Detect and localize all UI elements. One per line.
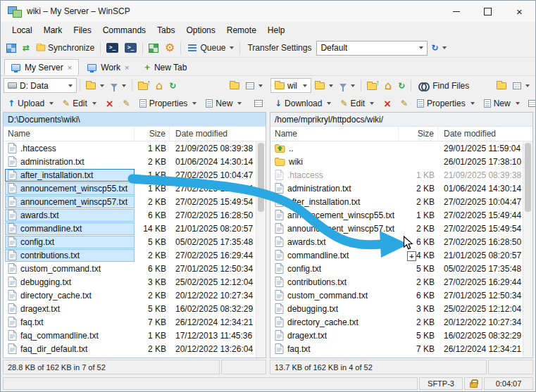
- preferences-button[interactable]: ⚙: [162, 40, 177, 56]
- file-row[interactable]: after_installation.txt 2 KB 27/02/2025 1…: [270, 195, 523, 208]
- tab-my-server[interactable]: My Server ×: [4, 59, 79, 75]
- sync-browsing-button[interactable]: ⇄: [20, 40, 32, 56]
- file-row[interactable]: contributions.txt 2 KB 27/02/2025 16:29:…: [4, 248, 256, 262]
- transfer-options-button[interactable]: ↻: [428, 40, 449, 56]
- file-row[interactable]: announcement_winscp57.txt 2 KB 27/02/202…: [270, 222, 523, 235]
- tab-new-tab[interactable]: + New Tab: [137, 59, 194, 75]
- menu-files[interactable]: Files: [68, 23, 96, 37]
- find-files-button[interactable]: Find Files: [414, 78, 473, 93]
- close-button[interactable]: ×: [504, 1, 535, 22]
- file-row[interactable]: announcement_winscp57.txt 2 KB 27/02/202…: [4, 195, 256, 208]
- scrollbar-thumb[interactable]: [525, 143, 531, 212]
- file-row[interactable]: faq_dir_default.txt 2 KB 20/12/2022 13:2…: [4, 342, 256, 355]
- menu-mark[interactable]: Mark: [38, 23, 68, 37]
- file-row[interactable]: awards.txt 6 KB 27/02/2025 16:28:50: [270, 235, 523, 248]
- remote-scrollbar[interactable]: [523, 141, 532, 358]
- file-row[interactable]: wiki 26/01/2025 17:38:10: [270, 155, 523, 168]
- queue-button[interactable]: Queue: [184, 40, 237, 56]
- transfer-preset-combo[interactable]: Default: [316, 41, 428, 56]
- column-header-size[interactable]: Size: [135, 127, 170, 141]
- file-row[interactable]: .. 29/01/2025 11:59:04: [270, 141, 523, 155]
- column-header-size[interactable]: Size: [399, 127, 438, 141]
- file-row[interactable]: config.txt 5 KB 05/02/2025 17:35:48: [270, 262, 523, 275]
- maximize-button[interactable]: [472, 1, 504, 22]
- remote-open-dir-button[interactable]: [494, 78, 509, 94]
- remote-home-button[interactable]: ⌂: [382, 78, 394, 94]
- file-row[interactable]: .htaccess 1 KB 21/09/2025 08:39:38: [4, 141, 256, 155]
- local-open-dir-button[interactable]: [227, 78, 242, 94]
- file-row[interactable]: dragext.txt 5 KB 16/02/2025 08:32:29: [4, 302, 256, 315]
- file-row[interactable]: faq.txt 7 KB 26/12/2024 12:34:21: [4, 315, 256, 329]
- menu-options[interactable]: Options: [180, 23, 220, 37]
- remote-refresh-button[interactable]: ↻: [395, 78, 408, 94]
- local-home-button[interactable]: ⌂: [153, 78, 166, 94]
- file-row[interactable]: directory_cache.txt 2 KB 20/12/2022 10:2…: [270, 315, 523, 329]
- file-row[interactable]: config.txt 5 KB 05/02/2025 17:35:48: [4, 235, 256, 248]
- local-drive-combo[interactable]: D: Data: [4, 78, 77, 93]
- menu-local[interactable]: Local: [6, 23, 38, 37]
- file-row[interactable]: debugging.txt 3 KB 25/02/2025 12:12:04: [4, 275, 256, 289]
- delete-button[interactable]: ×: [379, 96, 396, 110]
- column-header-date-modified[interactable]: Date modified: [170, 127, 266, 141]
- remote-directory-combo[interactable]: wil: [270, 78, 311, 93]
- properties-button[interactable]: Properties: [135, 96, 201, 110]
- delete-button[interactable]: ×: [101, 96, 118, 110]
- remote-parent-directory-button[interactable]: ↑: [364, 78, 381, 94]
- scrollbar-thumb[interactable]: [258, 143, 264, 212]
- file-row[interactable]: announcement_winscp55.txt 1 KB 27/02/202…: [270, 208, 523, 222]
- encryption-indicator[interactable]: [464, 377, 482, 390]
- file-row[interactable]: dragext.txt 5 KB 16/02/2025 08:32:29: [270, 329, 523, 342]
- tab-work[interactable]: Work ×: [80, 59, 136, 75]
- menu-commands[interactable]: Commands: [97, 23, 151, 37]
- file-row[interactable]: announcement_winscp55.txt 1 KB 27/02/202…: [4, 182, 256, 195]
- upload-button[interactable]: ↑Upload: [4, 96, 58, 110]
- local-bookmarks-button[interactable]: [83, 78, 107, 94]
- menu-tabs[interactable]: Tabs: [151, 23, 180, 37]
- properties-button[interactable]: Properties: [413, 96, 479, 110]
- file-row[interactable]: after_installation.txt 1 KB 27/02/2025 1…: [4, 168, 256, 182]
- edit-button[interactable]: ✎Edit: [336, 96, 378, 110]
- tab-close-icon[interactable]: ×: [68, 63, 72, 72]
- tab-close-icon[interactable]: ×: [125, 63, 129, 72]
- remote-path-bar[interactable]: /home/mprikryl/httpdocs/wiki/: [270, 113, 532, 127]
- local-scrollbar[interactable]: [256, 141, 266, 358]
- remote-view-list-button[interactable]: [525, 96, 536, 111]
- transfer-settings-label[interactable]: Transfer Settings: [243, 43, 316, 53]
- local-refresh-button[interactable]: ↻: [166, 78, 179, 94]
- file-row[interactable]: awards.txt 6 KB 27/02/2025 16:28:50: [4, 208, 256, 222]
- file-row[interactable]: faq.txt 7 KB 26/12/2024 12:34:21: [270, 342, 523, 355]
- local-filter-button[interactable]: [108, 78, 129, 94]
- terminal-button[interactable]: >_: [122, 40, 139, 56]
- minimize-button[interactable]: [440, 1, 472, 22]
- file-row[interactable]: administration.txt 2 KB 01/06/2024 14:30…: [270, 182, 523, 195]
- file-row[interactable]: debugging.txt 3 KB 25/02/2025 12:12:04: [270, 302, 523, 315]
- menu-remote[interactable]: Remote: [221, 23, 262, 37]
- file-row[interactable]: commandline.txt 14 KB 21/01/2025 08:20:5…: [270, 248, 523, 262]
- remote-filter-button[interactable]: [337, 78, 358, 94]
- menu-help[interactable]: Help: [262, 23, 291, 37]
- rename-button[interactable]: ✎: [397, 96, 412, 110]
- session-grid-button[interactable]: [4, 40, 19, 56]
- new-button[interactable]: New: [480, 96, 524, 110]
- synchronize-button[interactable]: Synchronize: [33, 40, 97, 56]
- local-view-mode-button[interactable]: [243, 78, 266, 94]
- remote-bookmarks-button[interactable]: [312, 78, 336, 94]
- file-row[interactable]: custom_command.txt 6 KB 27/01/2025 12:50…: [4, 262, 256, 275]
- local-parent-directory-button[interactable]: ↑: [135, 78, 152, 94]
- file-row[interactable]: commandline.txt 14 KB 21/01/2025 08:20:5…: [4, 222, 256, 235]
- local-path-bar[interactable]: D:\Documents\wiki\: [4, 113, 266, 127]
- column-header-name[interactable]: Name: [4, 127, 135, 141]
- column-header-date-modified[interactable]: Date modified: [438, 127, 532, 141]
- file-row[interactable]: faq_commandline.txt 1 KB 17/12/2013 11:4…: [4, 329, 256, 342]
- column-header-name[interactable]: Name: [270, 127, 399, 141]
- rename-button[interactable]: ✎: [119, 96, 135, 110]
- remote-view-mode-button[interactable]: [510, 78, 532, 94]
- local-view-list-button[interactable]: [251, 96, 266, 111]
- download-button[interactable]: ↓Download: [270, 96, 335, 110]
- file-row[interactable]: .htaccess 1 KB 21/09/2025 08:39:38: [270, 168, 523, 182]
- file-row[interactable]: administration.txt 2 KB 01/06/2024 14:30…: [4, 155, 256, 168]
- file-row[interactable]: contributions.txt 2 KB 27/02/2025 16:29:…: [270, 275, 523, 289]
- file-row[interactable]: directory_cache.txt 2 KB 20/12/2022 10:2…: [4, 289, 256, 302]
- new-button[interactable]: New: [201, 96, 246, 110]
- edit-button[interactable]: ✎Edit: [58, 96, 101, 110]
